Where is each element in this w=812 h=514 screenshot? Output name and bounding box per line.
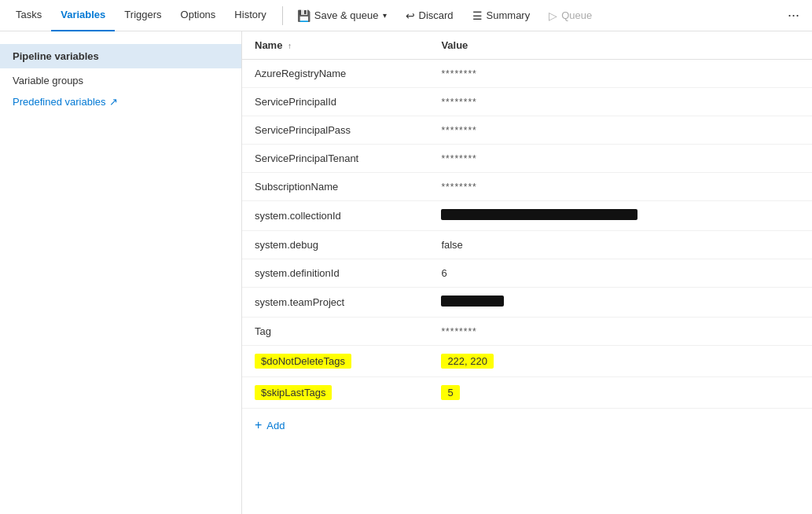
var-value-cell: ******** <box>428 116 749 145</box>
col-name-label: Name <box>255 39 282 51</box>
table-row: $doNotDeleteTags222, 220 <box>242 346 812 377</box>
tab-triggers[interactable]: Triggers <box>115 0 171 31</box>
var-action-cell <box>749 288 812 318</box>
table-row: system.collectionId <box>242 201 812 231</box>
col-header-actions <box>749 31 812 60</box>
tab-variables[interactable]: Variables <box>51 0 115 31</box>
var-action-cell <box>749 318 812 346</box>
var-value-cell: ******** <box>428 145 749 173</box>
var-value-highlighted: 5 <box>441 385 459 400</box>
var-value-cell: false <box>428 231 749 259</box>
var-value-cell: ******** <box>428 60 749 88</box>
tab-history[interactable]: History <box>225 0 275 31</box>
var-name-cell: system.collectionId <box>242 201 428 231</box>
sidebar-predefined-variables-link[interactable]: Predefined variables ↗ <box>0 93 241 111</box>
var-action-cell <box>749 145 812 173</box>
external-link-icon: ↗ <box>109 96 118 108</box>
var-value-cell: ******** <box>428 173 749 201</box>
col-header-value: Value <box>428 31 749 60</box>
queue-icon: ▷ <box>549 9 557 22</box>
col-header-name: Name ↑ <box>242 31 428 60</box>
var-name-cell: $skipLastTags <box>242 377 428 409</box>
masked-value: ******** <box>441 326 476 337</box>
summary-icon: ☰ <box>472 9 483 22</box>
masked-value: ******** <box>441 125 476 136</box>
var-name-cell: $doNotDeleteTags <box>242 346 428 377</box>
var-name-highlighted: $skipLastTags <box>255 385 332 400</box>
var-name-cell: AzureRegistryName <box>242 60 428 88</box>
masked-value: ******** <box>441 153 476 164</box>
queue-button[interactable]: ▷ Queue <box>541 4 600 28</box>
tab-tasks[interactable]: Tasks <box>6 0 51 31</box>
save-queue-button[interactable]: 💾 Save & queue ▾ <box>289 4 395 28</box>
masked-value: ******** <box>441 97 476 108</box>
var-action-cell <box>749 346 812 377</box>
table-row: SubscriptionName******** <box>242 173 812 201</box>
var-value-cell: ******** <box>428 318 749 346</box>
redacted-value <box>441 209 637 220</box>
var-value-cell: 222, 220 <box>428 346 749 377</box>
more-options-button[interactable]: ··· <box>781 4 806 27</box>
var-value-cell <box>428 201 749 231</box>
discard-button[interactable]: ↩ Discard <box>398 4 461 28</box>
table-row: Tag******** <box>242 318 812 346</box>
main-layout: Pipeline variables Variable groups Prede… <box>0 31 812 514</box>
var-name-cell: ServicePrincipalPass <box>242 116 428 145</box>
table-row: ServicePrincipalId******** <box>242 88 812 116</box>
top-nav: Tasks Variables Triggers Options History… <box>0 0 812 31</box>
redacted-value <box>441 296 504 307</box>
masked-value: ******** <box>441 68 476 79</box>
summary-label: Summary <box>487 9 531 21</box>
dropdown-chevron-icon: ▾ <box>383 11 387 20</box>
sort-icon: ↑ <box>288 42 292 50</box>
var-value-highlighted: 222, 220 <box>441 354 494 369</box>
summary-button[interactable]: ☰ Summary <box>465 4 538 28</box>
var-value-cell: 5 <box>428 377 749 409</box>
sidebar-item-variable-groups[interactable]: Variable groups <box>0 68 241 93</box>
add-label: Add <box>266 420 285 431</box>
var-action-cell <box>749 60 812 88</box>
var-action-cell <box>749 377 812 409</box>
var-name-highlighted: $doNotDeleteTags <box>255 354 351 369</box>
table-row: system.teamProject <box>242 288 812 318</box>
var-action-cell <box>749 116 812 145</box>
var-name-cell: ServicePrincipalId <box>242 88 428 116</box>
content-area: Name ↑ Value AzureRegistryName********Se… <box>242 31 812 514</box>
table-row: system.debugfalse <box>242 231 812 259</box>
var-value-cell: ******** <box>428 88 749 116</box>
table-row: ServicePrincipalTenant******** <box>242 145 812 173</box>
var-action-cell <box>749 231 812 259</box>
table-row: $skipLastTags5 <box>242 377 812 409</box>
save-icon: 💾 <box>297 9 310 22</box>
table-row: AzureRegistryName******** <box>242 60 812 88</box>
sidebar-item-pipeline-variables[interactable]: Pipeline variables <box>0 44 241 68</box>
var-name-cell: system.debug <box>242 231 428 259</box>
nav-actions: 💾 Save & queue ▾ ↩ Discard ☰ Summary ▷ Q… <box>289 4 600 28</box>
predefined-variables-label: Predefined variables <box>13 96 106 108</box>
table-row: system.definitionId6 <box>242 259 812 288</box>
var-action-cell <box>749 173 812 201</box>
var-name-cell: SubscriptionName <box>242 173 428 201</box>
var-name-cell: system.teamProject <box>242 288 428 318</box>
queue-label: Queue <box>561 9 592 21</box>
sidebar: Pipeline variables Variable groups Prede… <box>0 31 242 514</box>
var-name-cell: system.definitionId <box>242 259 428 288</box>
tab-options[interactable]: Options <box>171 0 226 31</box>
var-value-cell: 6 <box>428 259 749 288</box>
plus-icon: + <box>255 418 262 432</box>
var-value-cell <box>428 288 749 318</box>
nav-divider <box>282 6 283 25</box>
discard-icon: ↩ <box>406 9 415 22</box>
var-action-cell <box>749 88 812 116</box>
table-header-row: Name ↑ Value <box>242 31 812 60</box>
discard-label: Discard <box>419 9 454 21</box>
table-row: ServicePrincipalPass******** <box>242 116 812 145</box>
save-queue-label: Save & queue <box>314 9 379 21</box>
variables-table: Name ↑ Value AzureRegistryName********Se… <box>242 31 812 409</box>
var-action-cell <box>749 201 812 231</box>
var-name-cell: ServicePrincipalTenant <box>242 145 428 173</box>
var-name-cell: Tag <box>242 318 428 346</box>
var-action-cell <box>749 259 812 288</box>
add-variable-button[interactable]: + Add <box>242 409 297 442</box>
masked-value: ******** <box>441 182 476 193</box>
